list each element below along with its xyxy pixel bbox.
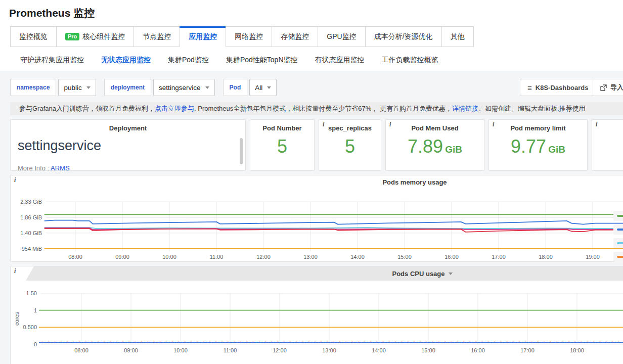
stat-value: settingservice [11,138,245,154]
stat-footer-label: More Info : [18,164,51,171]
stat-value: 5 [250,136,314,157]
banner-link[interactable]: 点击立即参与 [155,105,194,112]
stat-title: spec_replicas [319,124,381,132]
scrollbar[interactable] [240,138,243,164]
primary-tab-label: 核心组件监控 [82,32,125,40]
svg-text:15:00: 15:00 [421,347,435,353]
primary-tab-label: 成本分析/资源优化 [374,32,433,40]
svg-text:954 MiB: 954 MiB [22,246,42,252]
cpu-chart-title-label: Pods CPU usage [392,270,444,278]
memory-usage-panel: i Pods memory usage 954 MiB1.40 GiB1.86 … [10,175,623,262]
promo-banner: 参与Grafana入门训练营，领取首月免费福利，点击立即参与. Promethe… [10,102,623,115]
filter-row: namespacepublicdeploymentsettingserviceP… [10,79,623,96]
chevron-down-icon [205,86,209,89]
primary-tab-4[interactable]: 应用监控 [180,26,226,47]
svg-text:18:00: 18:00 [570,347,584,353]
stat-footer: More Info : ARMS [11,164,70,171]
svg-text:19:00: 19:00 [586,254,600,260]
svg-text:16:00: 16:00 [444,254,459,260]
chevron-down-icon [267,86,271,89]
stat-title: Pod memory limit [489,124,587,132]
primary-tab-label: 存储监控 [281,32,309,40]
chevron-down-icon [86,86,91,89]
secondary-tab-6[interactable]: 工作负载监控概览 [382,54,449,66]
stat-deployment: DeploymentsettingserviceMore Info : ARMS [10,119,246,171]
filter-dropdown[interactable]: settingservice [153,79,215,96]
filter-label: deployment [104,79,151,96]
stat-value: 5 [319,136,381,157]
svg-text:09:00: 09:00 [115,254,129,260]
primary-tab-label: GPU监控 [327,32,356,40]
primary-tab-bar: 监控概览Pro核心组件监控节点监控应用监控网络监控存储监控GPU监控成本分析/资… [10,26,623,47]
svg-text:cores: cores [14,312,20,326]
svg-text:13:00: 13:00 [322,347,336,353]
primary-tab-7[interactable]: GPU监控 [318,26,365,47]
stat-footer-link[interactable]: ARMS [51,164,70,171]
primary-tab-label: 应用监控 [189,32,217,40]
svg-text:12:00: 12:00 [256,254,271,260]
filter-value: All [255,84,262,92]
filters: namespacepublicdeploymentsettingserviceP… [10,79,285,96]
stat-pod-mem-used: iPod Mem Used7.89GiB [385,119,484,171]
chevron-down-icon [449,272,453,275]
svg-text:1.50: 1.50 [26,290,37,296]
svg-text:13:00: 13:00 [303,254,318,260]
memory-chart-title[interactable]: Pods memory usage [11,175,623,190]
info-icon[interactable]: i [323,121,324,128]
k8s-dashboards-button[interactable]: ≡ K8S-Dashboards [520,79,596,96]
primary-tab-3[interactable]: 节点监控 [134,26,180,47]
secondary-tab-5[interactable]: 有状态应用监控 [315,54,375,66]
secondary-tab-1[interactable]: 守护进程集应用监控 [20,54,94,66]
filter-group-3: PodAll [223,79,277,96]
filter-value: settingservice [159,84,201,92]
secondary-tab-2[interactable]: 无状态应用监控 [101,54,161,66]
stat-title: Pod Number [250,124,314,132]
cpu-chart-title[interactable]: Pods CPU usage [26,266,623,281]
external-link-icon [600,84,607,91]
primary-tab-1[interactable]: 监控概览 [10,26,57,47]
primary-tab-label: 其他 [451,32,465,40]
secondary-tab-4[interactable]: 集群Pod性能TopN监控 [226,54,308,66]
primary-tab-label: 监控概览 [19,32,48,40]
stat-spec-replicas: ispec_replicas5 [319,119,381,171]
k8s-dashboards-label: K8S-Dashboards [536,84,589,92]
secondary-tab-bar: 守护进程集应用监控无状态应用监控集群Pod监控集群Pod性能TopN监控有状态应… [20,54,623,66]
cpu-chart: 00.50011.5008:0009:0010:0011:0012:0013:0… [11,282,623,362]
filter-value: public [64,84,81,92]
cpu-usage-panel: i Pods CPU usage 00.50011.5008:0009:0010… [10,266,623,364]
import-button[interactable]: 导入( [593,79,623,96]
pro-badge: Pro [65,33,79,40]
primary-tab-6[interactable]: 存储监控 [272,26,318,47]
filter-dropdown[interactable]: public [58,79,96,96]
info-icon[interactable]: i [14,176,16,184]
svg-text:18:00: 18:00 [539,254,553,260]
svg-text:11:00: 11:00 [224,347,237,353]
svg-text:17:00: 17:00 [520,347,535,353]
filter-label: Pod [223,79,248,96]
svg-text:2.33 GiB: 2.33 GiB [20,199,42,205]
info-icon[interactable]: i [596,121,597,128]
info-icon[interactable]: i [14,267,16,275]
secondary-tab-3[interactable]: 集群Pod监控 [168,54,219,66]
primary-tab-8[interactable]: 成本分析/资源优化 [365,26,442,47]
primary-tab-9[interactable]: 其他 [441,26,474,47]
primary-tab-2[interactable]: Pro核心组件监控 [56,26,134,47]
primary-tab-5[interactable]: 网络监控 [226,26,272,47]
svg-text:1.86 GiB: 1.86 GiB [20,214,42,220]
stat-number: 9.77 [511,136,546,157]
svg-text:11:00: 11:00 [210,254,224,260]
filter-dropdown[interactable]: All [249,79,277,96]
stat-number: 7.89 [408,136,443,157]
stat-pod-number: Pod Number5 [250,119,315,171]
stat-panels-row: DeploymentsettingserviceMore Info : ARMS… [10,119,623,171]
primary-tab-label: 网络监控 [235,32,263,40]
svg-text:16:00: 16:00 [471,347,485,353]
banner-link[interactable]: 详情链接 [452,105,478,112]
filter-group-1: namespacepublic [10,79,96,96]
banner-text: 参与Grafana入门训练营，领取首月免费福利， [19,105,155,112]
stat-unit: GiB [548,144,565,155]
memory-chart-svg: 954 MiB1.40 GiB1.86 GiB2.33 GiB08:0009:0… [11,190,623,262]
info-icon[interactable]: i [389,121,391,128]
stat-number: 5 [345,136,355,157]
info-icon[interactable]: i [493,121,494,128]
